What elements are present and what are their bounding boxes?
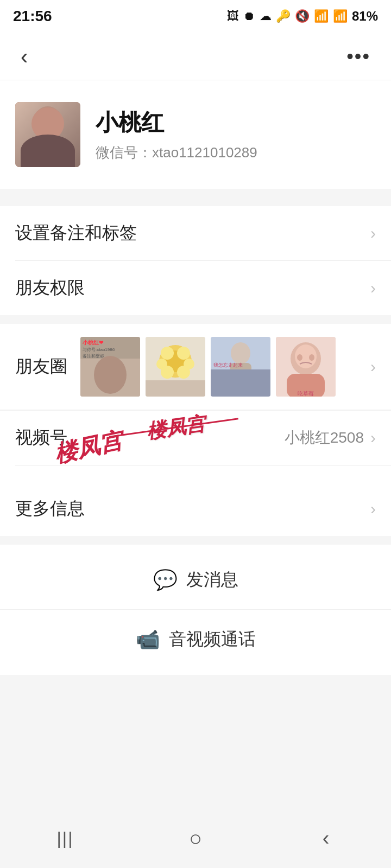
menu-label-moments: 朋友圈 xyxy=(15,355,70,379)
moment-thumb-4: 吃草莓 xyxy=(276,337,336,397)
svg-text:我怎忘走起来: 我怎忘走起来 xyxy=(213,362,243,368)
mute-icon: 🔇 xyxy=(295,9,310,23)
moments-thumbnails: 小桃红❤ 与你号:xtao1986 备注和壁标 xyxy=(80,337,336,397)
action-section: 💬 发消息 📹 音视频通话 xyxy=(0,545,391,675)
divider-sm-2 xyxy=(15,465,391,465)
avatar-image xyxy=(15,102,80,167)
svg-point-17 xyxy=(177,347,190,360)
bottom-nav: ||| ○ ‹ xyxy=(0,814,391,868)
wifi-icon: 📶 xyxy=(314,9,329,23)
video-icon: 📹 xyxy=(136,628,160,651)
profile-name: 小桃红 xyxy=(96,107,376,138)
svg-point-20 xyxy=(161,366,174,379)
svg-rect-4 xyxy=(21,143,75,167)
message-icon: 💬 xyxy=(153,569,178,591)
chevron-permissions: › xyxy=(370,279,376,297)
chevron-channel: › xyxy=(370,429,376,447)
menu-label-channel: 视频号 xyxy=(15,426,67,450)
svg-point-2 xyxy=(33,106,63,141)
cloud-icon: ☁ xyxy=(260,9,272,23)
menu-section-moments: 朋友圈 小桃红❤ 与你号:xtao1986 备注和壁标 xyxy=(0,324,391,410)
menu-item-channel[interactable]: 视频号 小桃红2508 › xyxy=(0,411,391,465)
status-time: 21:56 xyxy=(13,8,52,25)
send-message-button[interactable]: 💬 发消息 xyxy=(0,550,391,610)
wechat-id-value: xtao1121010289 xyxy=(152,144,257,161)
channel-value: 小桃红2508 xyxy=(285,427,364,448)
menu-right-remark: › xyxy=(370,224,376,242)
menu-item-moments[interactable]: 朋友圈 小桃红❤ 与你号:xtao1986 备注和壁标 xyxy=(0,324,391,410)
section-divider-1 xyxy=(0,197,391,206)
more-button[interactable]: ••• xyxy=(341,40,376,73)
key-icon: 🔑 xyxy=(276,9,291,23)
nav-home[interactable]: ○ xyxy=(174,822,217,854)
moment-thumb-1: 小桃红❤ 与你号:xtao1986 备注和壁标 xyxy=(80,337,140,397)
wechat-id-label: 微信号： xyxy=(96,144,152,161)
menu-item-remark[interactable]: 设置备注和标签 › xyxy=(0,206,391,260)
nav-recents[interactable]: ||| xyxy=(43,822,87,854)
record-icon: ⏺ xyxy=(243,9,255,23)
svg-point-3 xyxy=(37,109,59,133)
status-bar: 21:56 🖼 ⏺ ☁ 🔑 🔇 📶 📶 81% xyxy=(0,0,391,33)
moment-thumb-3: 我怎忘走起来 xyxy=(211,337,270,397)
send-message-label: 发消息 xyxy=(186,568,238,592)
channel-right: 小桃红2508 › xyxy=(285,427,376,448)
svg-text:吃草莓: 吃草莓 xyxy=(298,391,314,397)
avatar[interactable] xyxy=(15,102,80,167)
nav-bar: ‹ ••• xyxy=(0,33,391,80)
video-call-label: 音视频通话 xyxy=(169,628,256,652)
status-icons: 🖼 ⏺ ☁ 🔑 🔇 📶 📶 81% xyxy=(227,9,378,24)
menu-label-more-info: 更多信息 xyxy=(15,497,85,521)
svg-text:备注和壁标: 备注和壁标 xyxy=(83,354,104,359)
camera-icon: 🖼 xyxy=(227,9,239,23)
svg-text:与你号:xtao1986: 与你号:xtao1986 xyxy=(83,347,115,352)
menu-section-remark: 设置备注和标签 › 朋友权限 › xyxy=(0,206,391,315)
svg-point-33 xyxy=(309,354,314,361)
svg-point-21 xyxy=(177,366,190,379)
video-call-button[interactable]: 📹 音视频通话 xyxy=(0,610,391,669)
nav-back-button[interactable]: ‹ xyxy=(304,822,348,854)
profile-wechat-id: 微信号：xtao1121010289 xyxy=(96,143,376,162)
menu-item-permissions[interactable]: 朋友权限 › xyxy=(0,261,391,315)
svg-rect-27 xyxy=(211,369,270,397)
svg-text:小桃红❤: 小桃红❤ xyxy=(82,340,104,346)
battery-indicator: 81% xyxy=(352,9,378,24)
svg-rect-5 xyxy=(26,148,70,167)
profile-info: 小桃红 微信号：xtao1121010289 xyxy=(96,107,376,162)
section-divider-2 xyxy=(0,315,391,324)
svg-point-25 xyxy=(231,342,250,364)
signal-icon: 📶 xyxy=(333,9,348,23)
svg-rect-22 xyxy=(146,380,205,397)
svg-point-16 xyxy=(161,347,174,360)
menu-right-permissions: › xyxy=(370,279,376,297)
menu-label-remark: 设置备注和标签 xyxy=(15,221,137,245)
back-button[interactable]: ‹ xyxy=(15,40,33,73)
chevron-remark: › xyxy=(370,224,376,242)
profile-section: 小桃红 微信号：xtao1121010289 xyxy=(0,80,391,189)
chevron-more-info: › xyxy=(370,500,376,518)
moments-right: 小桃红❤ 与你号:xtao1986 备注和壁标 xyxy=(80,337,365,397)
svg-point-12 xyxy=(94,356,127,394)
menu-label-permissions: 朋友权限 xyxy=(15,276,85,300)
chevron-moments: › xyxy=(370,358,376,376)
more-info-right: › xyxy=(370,500,376,518)
menu-section-channel: 楼凤宫 楼凤宫 视频号 小桃红2508 › 更多信息 › xyxy=(0,411,391,536)
svg-point-32 xyxy=(297,354,302,361)
svg-rect-1 xyxy=(15,102,80,167)
menu-item-more-info[interactable]: 更多信息 › xyxy=(0,482,391,536)
moment-thumb-2 xyxy=(146,337,205,397)
